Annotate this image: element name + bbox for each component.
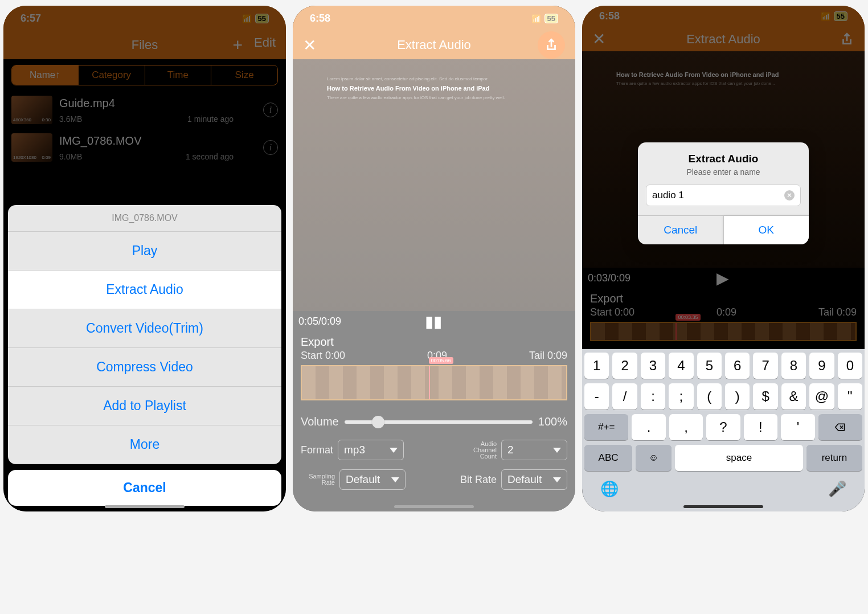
sheet-compress-video[interactable]: Compress Video — [8, 348, 281, 387]
key-rparen[interactable]: ) — [725, 383, 750, 410]
key-comma[interactable]: , — [669, 414, 703, 440]
alert-ok-button[interactable]: OK — [723, 216, 809, 244]
key-3[interactable]: 3 — [641, 353, 665, 379]
key-lparen[interactable]: ( — [697, 383, 722, 410]
key-8[interactable]: 8 — [781, 353, 806, 379]
alert-title: Extract Audio — [638, 142, 809, 165]
key-delete[interactable] — [818, 414, 862, 440]
key-amp[interactable]: & — [781, 383, 806, 410]
key-quote[interactable]: " — [838, 383, 862, 410]
key-dollar[interactable]: $ — [753, 383, 777, 410]
key-symbols[interactable]: #+= — [584, 414, 628, 440]
key-question[interactable]: ? — [706, 414, 740, 440]
keyboard[interactable]: 1 2 3 4 5 6 7 8 9 0 - / : ; ( ) $ & @ " … — [582, 349, 865, 511]
sheet-play[interactable]: Play — [8, 232, 281, 271]
key-0[interactable]: 0 — [838, 353, 862, 379]
action-sheet: IMG_0786.MOV Play Extract Audio Convert … — [8, 205, 281, 464]
sheet-cancel-button[interactable]: Cancel — [8, 470, 281, 506]
alert-subtitle: Please enter a name — [638, 165, 809, 185]
filename-input[interactable]: audio 1 ✕ — [646, 185, 801, 206]
sheet-add-playlist[interactable]: Add to Playlist — [8, 387, 281, 425]
key-7[interactable]: 7 — [753, 353, 777, 379]
key-dash[interactable]: - — [584, 383, 609, 410]
backspace-icon — [833, 421, 847, 433]
sheet-more[interactable]: More — [8, 425, 281, 464]
key-6[interactable]: 6 — [725, 353, 750, 379]
mic-icon[interactable]: 🎤 — [828, 480, 846, 498]
key-exclaim[interactable]: ! — [744, 414, 777, 440]
key-apostrophe[interactable]: ' — [781, 414, 814, 440]
key-at[interactable]: @ — [809, 383, 834, 410]
key-5[interactable]: 5 — [697, 353, 722, 379]
key-2[interactable]: 2 — [612, 353, 637, 379]
alert-cancel-button[interactable]: Cancel — [638, 216, 723, 244]
key-emoji[interactable]: ☺ — [636, 445, 672, 471]
dim-overlay — [293, 6, 575, 511]
sheet-convert-video[interactable]: Convert Video(Trim) — [8, 309, 281, 348]
key-1[interactable]: 1 — [584, 353, 609, 379]
key-abc[interactable]: ABC — [584, 445, 632, 471]
key-9[interactable]: 9 — [809, 353, 834, 379]
home-indicator[interactable] — [105, 505, 185, 508]
key-space[interactable]: space — [675, 445, 803, 471]
key-semicolon[interactable]: ; — [669, 383, 693, 410]
home-indicator[interactable] — [394, 505, 474, 508]
sheet-header: IMG_0786.MOV — [8, 205, 281, 232]
clear-icon[interactable]: ✕ — [784, 190, 795, 200]
name-alert: Extract Audio Please enter a name audio … — [638, 142, 809, 244]
home-indicator[interactable] — [683, 505, 763, 508]
globe-icon[interactable]: 🌐 — [600, 480, 619, 498]
key-colon[interactable]: : — [641, 383, 665, 410]
key-return[interactable]: return — [806, 445, 862, 471]
key-4[interactable]: 4 — [669, 353, 693, 379]
key-period[interactable]: . — [632, 414, 665, 440]
sheet-extract-audio[interactable]: Extract Audio — [8, 271, 281, 309]
key-slash[interactable]: / — [612, 383, 637, 410]
